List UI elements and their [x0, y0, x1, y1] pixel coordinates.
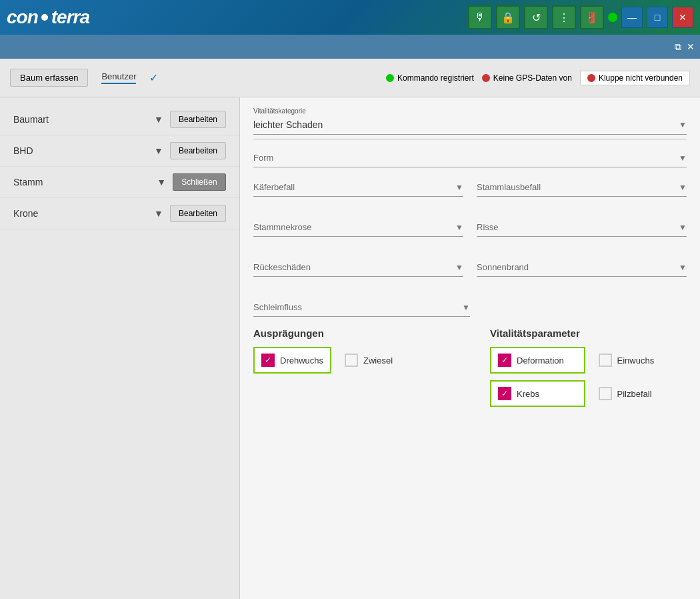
stammnekrose-arrow-icon: ▼ [455, 223, 463, 232]
checkboxes-area: Ausprägungen ✓ Drehwuchs Zwiesel Vitalit… [253, 328, 687, 407]
risse-label: Risse [477, 222, 499, 232]
risse-arrow-icon: ▼ [679, 223, 687, 232]
stammlausbefall-dropdown[interactable]: Stammlausbefall ▼ [477, 178, 687, 197]
status-gps: Keine GPS-Daten von [482, 73, 572, 83]
connection-indicator [608, 13, 617, 22]
form-label: Form [253, 153, 273, 163]
status-kommando: Kommando registriert [386, 73, 474, 83]
exit-icon[interactable]: 🚪 [580, 5, 604, 29]
toolbar: Baum erfassen Benutzer ✓ Kommando regist… [0, 59, 700, 97]
sidebar-item-stamm: Stamm ▼ Schließen [0, 167, 239, 198]
rueckeschaeden-field: Rückeschäden ▼ [253, 258, 463, 277]
vitalitaetsparameter-section: Vitalitätsparameter ✓ Deformation Einwuc… [490, 328, 687, 407]
zwiesel-label: Zwiesel [363, 356, 393, 366]
baumart-chevron-icon[interactable]: ▼ [154, 114, 163, 125]
form-dropdown[interactable]: Form ▼ [253, 149, 687, 167]
status-kluppe-box: Kluppe nicht verbunden [580, 71, 690, 85]
green-dot-icon [386, 74, 394, 82]
sonnenbrand-label: Sonnenbrand [477, 262, 529, 272]
pilzbefall-checkbox[interactable] [599, 387, 612, 400]
dropdown-row-2: Stammnekrose ▼ Risse ▼ [253, 218, 687, 247]
vitalitaetskategorie-dropdown[interactable]: leichter Schaden ▼ [253, 115, 687, 135]
form-field: Form ▼ [253, 149, 687, 167]
stammlausbefall-arrow-icon: ▼ [679, 183, 687, 192]
stammnekrose-dropdown[interactable]: Stammnekrose ▼ [253, 218, 463, 237]
stammlausbefall-label: Stammlausbefall [477, 182, 541, 192]
red-dot-icon [482, 74, 490, 82]
drehwuchs-checkbox[interactable]: ✓ [261, 354, 275, 367]
schleimfluss-arrow-icon: ▼ [462, 303, 470, 312]
minimize-button[interactable]: — [621, 7, 643, 28]
check-icon: ✓ [149, 71, 158, 84]
main-content: Baumart ▼ Bearbeiten BHD ▼ Bearbeiten St… [0, 97, 700, 599]
bhd-label: BHD [13, 145, 147, 156]
bhd-button[interactable]: Bearbeiten [170, 142, 226, 159]
status-kommando-label: Kommando registriert [397, 73, 474, 83]
kluppe-dot-icon [587, 74, 595, 82]
vitalitaetskategorie-label: Vitalitätskategorie [253, 107, 687, 115]
bhd-chevron-icon[interactable]: ▼ [154, 145, 163, 156]
risse-dropdown[interactable]: Risse ▼ [477, 218, 687, 237]
close-button[interactable]: ✕ [672, 7, 693, 28]
app-logo: con terra [7, 7, 89, 28]
zwiesel-checkbox[interactable] [345, 354, 358, 367]
sidebar: Baumart ▼ Bearbeiten BHD ▼ Bearbeiten St… [0, 97, 240, 599]
krone-button[interactable]: Bearbeiten [170, 205, 226, 222]
tile-icon[interactable]: ⧉ [675, 41, 681, 53]
drehwuchs-item[interactable]: ✓ Drehwuchs [253, 347, 331, 374]
vitalitaetskategorie-value: leichter Schaden [253, 119, 323, 130]
kaeferbefall-arrow-icon: ▼ [455, 183, 463, 192]
krebs-item[interactable]: ✓ Krebs [490, 380, 585, 407]
pilzbefall-item[interactable]: Pilzbefall [592, 380, 687, 407]
stammlausbefall-field: Stammlausbefall ▼ [477, 178, 687, 197]
deformation-item[interactable]: ✓ Deformation [490, 347, 585, 374]
auspraegungen-section: Ausprägungen ✓ Drehwuchs Zwiesel [253, 328, 450, 407]
sonnenbrand-field: Sonnenbrand ▼ [477, 258, 687, 277]
rueckeschaeden-dropdown[interactable]: Rückeschäden ▼ [253, 258, 463, 277]
deformation-label: Deformation [517, 356, 564, 366]
titlebar-icons: 🎙 🔒 ↺ ⋮ 🚪 — □ ✕ [468, 5, 693, 29]
krebs-checkbox[interactable]: ✓ [498, 387, 511, 400]
sonnenbrand-dropdown[interactable]: Sonnenbrand ▼ [477, 258, 687, 277]
refresh-icon[interactable]: ↺ [524, 5, 548, 29]
benutzer-tab[interactable]: Benutzer [101, 71, 136, 84]
microphone-icon[interactable]: 🎙 [468, 5, 492, 29]
einwuchs-item[interactable]: Einwuchs [592, 347, 687, 374]
sidebar-item-baumart: Baumart ▼ Bearbeiten [0, 104, 239, 135]
rueckeschaeden-label: Rückeschäden [253, 262, 311, 272]
baumart-button[interactable]: Bearbeiten [170, 111, 226, 128]
krone-label: Krone [13, 208, 147, 219]
krebs-label: Krebs [517, 389, 539, 399]
stammnekrose-label: Stammnekrose [253, 222, 311, 232]
sonnenbrand-arrow-icon: ▼ [679, 263, 687, 272]
logo-dot-icon [41, 14, 48, 21]
sidebar-item-krone: Krone ▼ Bearbeiten [0, 198, 239, 229]
krone-chevron-icon[interactable]: ▼ [154, 208, 163, 219]
lock-icon[interactable]: 🔒 [496, 5, 520, 29]
pilzbefall-label: Pilzbefall [617, 389, 652, 399]
vitalitaetsparameter-heading: Vitalitätsparameter [490, 328, 687, 339]
title-bar: con terra 🎙 🔒 ↺ ⋮ 🚪 — □ ✕ [0, 0, 700, 35]
subheader-close-icon[interactable]: ✕ [687, 41, 695, 52]
sidebar-item-bhd: BHD ▼ Bearbeiten [0, 135, 239, 167]
stamm-label: Stamm [13, 177, 150, 187]
kaeferbefall-dropdown[interactable]: Käferbefall ▼ [253, 178, 463, 197]
rueckeschaeden-arrow-icon: ▼ [455, 263, 463, 272]
auspraegungen-heading: Ausprägungen [253, 328, 450, 339]
vitalitaetskategorie-field: Vitalitätskategorie leichter Schaden ▼ [253, 107, 687, 139]
sub-header: ⧉ ✕ [0, 35, 700, 59]
dropdown-row-3: Rückeschäden ▼ Sonnenbrand ▼ [253, 258, 687, 287]
stamm-button[interactable]: Schließen [173, 173, 226, 191]
stammnekrose-field: Stammnekrose ▼ [253, 218, 463, 237]
schleimfluss-field: Schleimfluss ▼ [253, 298, 470, 317]
schleimfluss-dropdown[interactable]: Schleimfluss ▼ [253, 298, 470, 317]
deformation-checkbox[interactable]: ✓ [498, 354, 511, 367]
stamm-chevron-icon[interactable]: ▼ [157, 177, 166, 187]
baum-erfassen-button[interactable]: Baum erfassen [10, 69, 88, 87]
maximize-button[interactable]: □ [647, 7, 668, 28]
einwuchs-checkbox[interactable] [599, 354, 612, 367]
zwiesel-item[interactable]: Zwiesel [338, 348, 399, 372]
kaeferbefall-label: Käferbefall [253, 182, 295, 192]
menu-icon[interactable]: ⋮ [552, 5, 576, 29]
drehwuchs-label: Drehwuchs [280, 356, 323, 366]
